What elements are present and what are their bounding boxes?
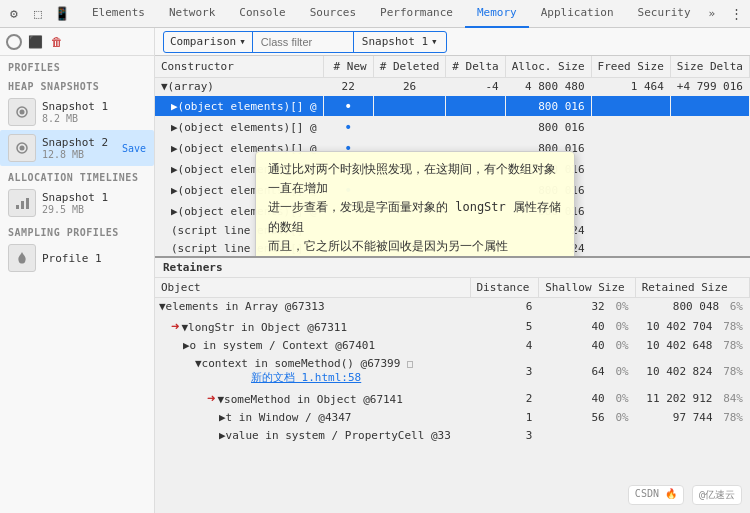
record-button[interactable] [6,34,22,50]
tab-network[interactable]: Network [157,0,227,28]
retainer-row[interactable]: ▶o in system / Context @67401 4 40 0% 10… [155,337,750,355]
table-row[interactable]: ▶(object elements)[] @ • 800 016 [155,117,750,138]
retainer-obj-cell: ▼context in someMethod() @67399 □新的文档 1.… [155,355,470,388]
size-delta-cell [670,159,749,180]
csdn-badge: CSDN 🔥 [628,485,684,505]
alloc-cell: 800 016 [505,117,591,138]
file-link[interactable]: 新的文档 1.html:58 [251,371,361,384]
yiyuncsdn-badge: @亿速云 [692,485,742,505]
retainer-obj-cell: ▶value in system / PropertyCell @33 [155,427,470,445]
svg-rect-4 [16,205,19,209]
deleted-cell: 26 [373,78,446,96]
annotation-line-1: 通过比对两个时刻快照发现，在这期间，有个数组对象一直在增加 [268,160,562,198]
snapshot-save-button[interactable]: Save [122,143,146,154]
class-filter-input[interactable] [253,34,353,50]
tab-more[interactable]: » [703,0,722,28]
device-icon[interactable]: 📱 [52,4,72,24]
alloc-snapshot-size: 29.5 MB [42,204,146,215]
col-new: # New [323,56,373,78]
col-size-delta: Size Delta [670,56,749,78]
camera-icon-2 [14,140,30,156]
retainer-row[interactable]: ➜▼someMethod in Object @67141 2 40 0% 11… [155,388,750,409]
retainer-row[interactable]: ▼elements in Array @67313 6 32 0% 800 04… [155,298,750,316]
size-delta-cell [670,138,749,159]
retainer-dist-cell: 4 [470,337,539,355]
tab-memory[interactable]: Memory [465,0,529,28]
delta-cell [446,117,505,138]
retainers-header: Retainers [155,258,750,278]
col-alloc: Alloc. Size [505,56,591,78]
table-header-row: Constructor # New # Deleted # Delta Allo… [155,56,750,78]
size-delta-cell [670,201,749,222]
tab-sources[interactable]: Sources [298,0,368,28]
table-row[interactable]: ▶(object elements)[] @ • 800 016 [155,96,750,117]
freed-cell [591,96,670,117]
tab-security[interactable]: Security [626,0,703,28]
retainer-retained-cell: 97 744 78% [635,409,749,427]
retainer-obj-cell: ▶t in Window / @4347 [155,409,470,427]
snapshot-chevron-icon: ▾ [431,35,438,48]
settings-icon[interactable]: ⋮ [726,4,746,24]
constructor-cell: ▶(object elements)[] @ [155,117,323,138]
col-freed: Freed Size [591,56,670,78]
col-constructor: Constructor [155,56,323,78]
retainer-shallow-cell: 56 0% [539,409,635,427]
svg-rect-5 [21,201,24,209]
allocation-timelines-label: ALLOCATION TIMELINES [0,166,154,185]
stop-button[interactable]: ⬛ [26,33,44,51]
snapshot-1-icon [8,98,36,126]
tab-performance[interactable]: Performance [368,0,465,28]
deleted-cell [373,96,446,117]
retainer-dist-cell: 6 [470,298,539,316]
sampling-profiles-label: SAMPLING PROFILES [0,221,154,240]
size-delta-cell: +4 799 016 [670,78,749,96]
retainer-shallow-cell: 40 0% [539,316,635,337]
alloc-cell: 4 800 480 [505,78,591,96]
profile-1-info: Profile 1 [42,252,146,265]
new-cell: 22 [323,78,373,96]
retainer-row[interactable]: ➜▼longStr in Object @67311 5 40 0% 10 40… [155,316,750,337]
table-row[interactable]: ▼(array) 22 26 -4 4 800 480 1 464 +4 799… [155,78,750,96]
size-delta-cell [670,117,749,138]
delta-cell: -4 [446,78,505,96]
retainer-row[interactable]: ▶t in Window / @4347 1 56 0% 97 744 78% [155,409,750,427]
svg-point-1 [20,110,25,115]
retainers-table: Object Distance Shallow Size Retained Si… [155,278,750,445]
inspect-icon[interactable]: ⬚ [28,4,48,24]
retainer-retained-cell: 10 402 824 78% [635,355,749,388]
alloc-snapshot-name: Snapshot 1 [42,191,146,204]
snapshot-2-item[interactable]: Snapshot 2 12.8 MB Save [0,130,154,166]
retainer-retained-cell: 10 402 648 78% [635,337,749,355]
profile-1-item[interactable]: Profile 1 [0,240,154,276]
tab-elements[interactable]: Elements [80,0,157,28]
tab-console[interactable]: Console [227,0,297,28]
snapshot-2-name: Snapshot 2 [42,136,122,149]
camera-icon [14,104,30,120]
annotation-box: 通过比对两个时刻快照发现，在这期间，有个数组对象一直在增加 进一步查看，发现是字… [255,151,575,256]
retainer-retained-cell [635,427,749,445]
alloc-snapshot-item[interactable]: Snapshot 1 29.5 MB [0,185,154,221]
tab-application[interactable]: Application [529,0,626,28]
snapshot-1-name: Snapshot 1 [42,100,146,113]
comparison-label: Comparison [170,35,236,48]
snapshot-1-item[interactable]: Snapshot 1 8.2 MB [0,94,154,130]
delete-button[interactable]: 🗑 [48,33,66,51]
retainer-shallow-cell: 32 0% [539,298,635,316]
alloc-cell: 800 016 [505,96,591,117]
retainer-shallow-cell [539,427,635,445]
comparison-select[interactable]: Comparison ▾ [164,33,252,50]
retainer-row[interactable]: ▼context in someMethod() @67399 □新的文档 1.… [155,355,750,388]
comparison-chevron-icon: ▾ [239,35,246,48]
retainer-row[interactable]: ▶value in system / PropertyCell @33 3 [155,427,750,445]
profiles-label: Profiles [0,56,154,75]
sidebar-toolbar: ⬛ 🗑 [0,28,154,56]
tab-bar: ⚙ ⬚ 📱 Elements Network Console Sources P… [0,0,750,28]
devtools-icon[interactable]: ⚙ [4,4,24,24]
retainer-retained-cell: 10 402 704 78% [635,316,749,337]
snapshot-2-icon [8,134,36,162]
constructor-cell: ▼(array) [155,78,323,96]
delta-cell [446,96,505,117]
snapshot-select[interactable]: Snapshot 1 ▾ [354,33,446,50]
freed-cell [591,180,670,201]
timeline-icon [14,195,30,211]
